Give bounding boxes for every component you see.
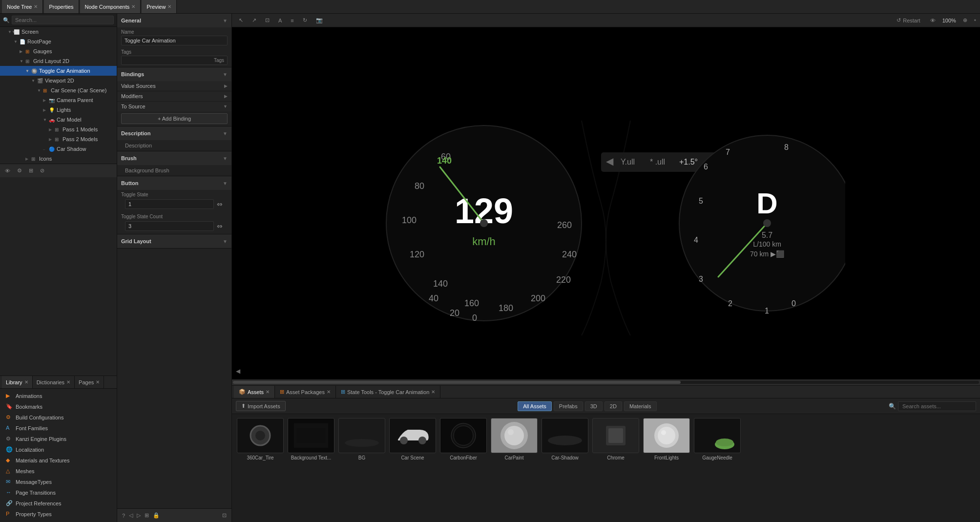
props-nav-prev[interactable]: ◁ bbox=[127, 511, 135, 520]
asset-item-frontlights[interactable]: FrontLights bbox=[642, 418, 691, 518]
filter-all-assets[interactable]: All Assets bbox=[518, 401, 552, 411]
lib-item-messagetypes[interactable]: ✉ MessageTypes bbox=[0, 477, 117, 487]
expand-screen-icon[interactable]: ▼ bbox=[8, 30, 14, 34]
library-tab[interactable]: Library ✕ bbox=[2, 376, 33, 388]
preview-pointer-btn[interactable]: ↗ bbox=[249, 16, 259, 24]
tree-item-screen[interactable]: ▼ ⬜ Screen bbox=[0, 27, 117, 37]
restart-btn[interactable]: ↺ Restart bbox=[894, 16, 923, 24]
toggle-state-count-input[interactable] bbox=[125, 221, 214, 231]
toggle-state-link-btn[interactable]: ⇔ bbox=[216, 200, 224, 208]
filter-2d[interactable]: 2D bbox=[605, 401, 622, 411]
to-source-row[interactable]: To Source bbox=[117, 101, 231, 111]
props-grid-btn[interactable]: ⊞ bbox=[143, 511, 151, 520]
preview-frame-btn[interactable]: ⊡ bbox=[262, 16, 272, 24]
expand-toggle-icon[interactable]: ▼ bbox=[25, 69, 31, 73]
lib-item-buildconfigs[interactable]: ⚙ Build Configurations bbox=[0, 412, 117, 423]
tree-item-gridlayout2d[interactable]: ▼ ⊞ Grid Layout 2D bbox=[0, 56, 117, 66]
settings-btn[interactable]: ⊘ bbox=[38, 167, 46, 175]
asset-item-bgtex[interactable]: Background Text... bbox=[287, 418, 335, 518]
tree-item-pass1models[interactable]: ▶ ⊞ Pass 1 Models bbox=[0, 125, 117, 134]
lib-item-animations[interactable]: ▶ Animations bbox=[0, 391, 117, 401]
tree-item-rootpage[interactable]: ▼ 📄 RootPage bbox=[0, 37, 117, 46]
asset-item-bg[interactable]: BG bbox=[337, 418, 386, 518]
props-nav-next[interactable]: ▷ bbox=[135, 511, 143, 520]
lib-item-localization[interactable]: 🌐 Localization bbox=[0, 444, 117, 455]
scrollbar-thumb[interactable] bbox=[233, 381, 681, 384]
tab-preview[interactable]: Preview ✕ bbox=[142, 0, 177, 13]
props-settings-btn[interactable]: 🔒 bbox=[151, 511, 162, 520]
asset-item-carbon[interactable]: CarbonFiber bbox=[439, 418, 488, 518]
lib-item-rendering[interactable]: ◉ Rendering bbox=[0, 520, 117, 522]
props-expand-btn[interactable]: ⊡ bbox=[220, 511, 229, 520]
asset-item-chrome[interactable]: Chrome bbox=[591, 418, 640, 518]
lib-item-meshes[interactable]: △ Meshes bbox=[0, 466, 117, 477]
expand-gauges-icon[interactable]: ▶ bbox=[20, 49, 25, 54]
tags-btn[interactable]: Tags bbox=[214, 58, 224, 63]
asset-packages-tab[interactable]: ⊞ Asset Packages ✕ bbox=[275, 386, 336, 398]
grid-view-btn[interactable]: ⊞ bbox=[27, 167, 35, 175]
preview-camera-btn[interactable]: 📷 bbox=[313, 16, 326, 24]
button-header[interactable]: Button bbox=[117, 176, 231, 190]
tree-item-pass2models[interactable]: ▶ ⊞ Pass 2 Models bbox=[0, 134, 117, 144]
tags-input[interactable]: Tags bbox=[121, 56, 228, 65]
asset-item-carpaint[interactable]: CarPaint bbox=[490, 418, 539, 518]
pages-tab[interactable]: Pages ✕ bbox=[75, 376, 104, 388]
dictionaries-tab-close[interactable]: ✕ bbox=[66, 379, 70, 385]
library-tab-close[interactable]: ✕ bbox=[24, 379, 28, 385]
tree-item-lights[interactable]: ▶ 💡 Lights bbox=[0, 105, 117, 115]
preview-cursor-btn[interactable]: ↖ bbox=[236, 16, 246, 24]
add-binding-btn[interactable]: + Add Binding bbox=[121, 113, 228, 124]
tree-item-carscene[interactable]: ▼ ⊞ Car Scene (Car Scene) bbox=[0, 85, 117, 95]
lib-item-fontfamilies[interactable]: A Font Families bbox=[0, 423, 117, 434]
preview-tab-close[interactable]: ✕ bbox=[167, 4, 171, 9]
lib-item-bookmarks[interactable]: 🔖 Bookmarks bbox=[0, 401, 117, 412]
asset-item-carshadow[interactable]: Car-Shadow bbox=[541, 418, 589, 518]
tab-node-tree[interactable]: Node Tree ✕ bbox=[2, 0, 43, 13]
tree-item-carmodel[interactable]: ▼ 🚗 Car Model bbox=[0, 115, 117, 125]
lib-item-propertytypes[interactable]: P Property Types bbox=[0, 509, 117, 520]
import-assets-btn[interactable]: ⬆ Import Assets bbox=[236, 401, 286, 411]
tree-item-carshadow[interactable]: – 🔵 Car Shadow bbox=[0, 144, 117, 154]
zoom-btn[interactable]: ⊕ bbox=[960, 16, 970, 24]
node-tree-tab-close[interactable]: ✕ bbox=[34, 4, 38, 9]
preview-sync-btn[interactable]: ↻ bbox=[300, 16, 310, 24]
preview-text-btn[interactable]: A bbox=[275, 17, 285, 24]
asset-item-gaugeneedle[interactable]: GaugeNeedle bbox=[693, 418, 742, 518]
search-input[interactable] bbox=[12, 16, 114, 24]
dictionaries-tab[interactable]: Dictionaries ✕ bbox=[33, 376, 75, 388]
lib-item-pagetransitions[interactable]: ↔ Page Transitions bbox=[0, 487, 117, 498]
tab-properties[interactable]: Properties bbox=[44, 0, 79, 13]
state-tools-tab[interactable]: ⊞ State Tools - Toggle Car Animation ✕ bbox=[336, 386, 440, 398]
toggle-state-input[interactable] bbox=[125, 199, 214, 209]
lib-item-kanziplugins[interactable]: ⚙ Kanzi Engine Plugins bbox=[0, 434, 117, 444]
general-header[interactable]: General bbox=[117, 14, 231, 27]
tree-item-icons[interactable]: ▶ ⊞ Icons bbox=[0, 154, 117, 164]
search-assets-input[interactable] bbox=[898, 401, 976, 411]
lib-item-materials[interactable]: ◆ Materials and Textures bbox=[0, 455, 117, 466]
scroll-left-btn[interactable]: ◀ bbox=[236, 368, 244, 376]
filter-prefabs[interactable]: Prefabs bbox=[554, 401, 583, 411]
assets-tab-close[interactable]: ✕ bbox=[266, 389, 270, 395]
expand-carscene-icon[interactable]: ▼ bbox=[37, 88, 43, 93]
description-header[interactable]: Description bbox=[117, 126, 231, 140]
state-tools-tab-close[interactable]: ✕ bbox=[431, 389, 435, 395]
name-input[interactable] bbox=[121, 36, 228, 45]
tab-node-components[interactable]: Node Components ✕ bbox=[80, 0, 141, 13]
asset-item-carscene[interactable]: Car Scene bbox=[388, 418, 437, 518]
value-sources-row[interactable]: Value Sources bbox=[117, 81, 231, 91]
expand-rootpage-icon[interactable]: ▼ bbox=[14, 40, 20, 44]
h-scrollbar[interactable] bbox=[232, 379, 980, 385]
brush-header[interactable]: Brush bbox=[117, 151, 231, 165]
expand-grid-icon[interactable]: ▼ bbox=[20, 59, 25, 63]
asset-packages-tab-close[interactable]: ✕ bbox=[327, 389, 331, 395]
toggle-state-count-link-btn[interactable]: ⇔ bbox=[216, 222, 224, 230]
bindings-header[interactable]: Bindings bbox=[117, 67, 231, 81]
filter-btn[interactable]: ⚙ bbox=[15, 167, 24, 175]
asset-item-tire[interactable]: 360Car_Tire bbox=[236, 418, 285, 518]
tree-item-gauges[interactable]: ▶ ⊞ Gauges bbox=[0, 46, 117, 56]
expand-viewport-icon[interactable]: ▼ bbox=[31, 79, 37, 83]
assets-tab[interactable]: 📦 Assets ✕ bbox=[234, 386, 275, 398]
expand-carmodel-icon[interactable]: ▼ bbox=[43, 118, 49, 122]
lib-item-projectrefs[interactable]: 🔗 Project References bbox=[0, 498, 117, 509]
filter-3d[interactable]: 3D bbox=[585, 401, 603, 411]
